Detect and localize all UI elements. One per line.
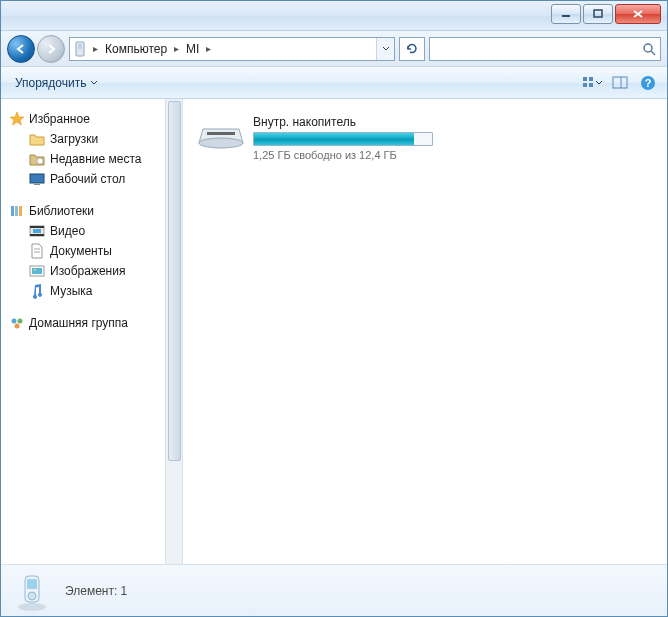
sidebar-item-desktop[interactable]: Рабочий стол — [9, 169, 182, 189]
scrollbar-thumb[interactable] — [168, 101, 181, 461]
maximize-button[interactable] — [583, 4, 613, 24]
device-status-icon — [11, 570, 53, 612]
sidebar-item-label: Изображения — [50, 264, 125, 278]
svg-rect-8 — [583, 83, 587, 87]
sidebar-scrollbar[interactable] — [165, 99, 182, 564]
search-input[interactable] — [434, 42, 642, 56]
chevron-down-icon — [595, 79, 602, 87]
drive-icon — [197, 115, 245, 155]
breadcrumb-computer[interactable]: Компьютер — [101, 38, 171, 60]
homegroup-header[interactable]: Домашняя группа — [9, 313, 182, 333]
close-button[interactable] — [615, 4, 661, 24]
sidebar-item-label: Документы — [50, 244, 112, 258]
arrow-left-icon — [14, 42, 28, 56]
sidebar-item-label: Музыка — [50, 284, 92, 298]
sidebar-item-downloads[interactable]: Загрузки — [9, 129, 182, 149]
chevron-right-icon: ▸ — [171, 43, 182, 54]
svg-rect-27 — [32, 268, 42, 274]
libraries-header[interactable]: Библиотеки — [9, 201, 182, 221]
favorites-label: Избранное — [29, 112, 90, 126]
svg-point-30 — [18, 319, 23, 324]
chevron-down-icon — [90, 79, 98, 87]
svg-rect-15 — [30, 174, 44, 183]
homegroup-icon — [9, 315, 25, 331]
desktop-icon — [29, 171, 45, 187]
view-options-button[interactable] — [581, 72, 603, 94]
drive-usage-bar — [253, 132, 433, 146]
address-bar: ▸ Компьютер ▸ MI ▸ — [1, 31, 667, 67]
drive-free-text: 1,25 ГБ свободно из 12,4 ГБ — [253, 149, 439, 161]
refresh-button[interactable] — [399, 37, 425, 61]
recent-icon — [29, 151, 45, 167]
svg-point-34 — [18, 603, 46, 611]
preview-pane-icon — [612, 76, 628, 90]
device-icon — [70, 41, 90, 57]
arrow-right-icon — [44, 42, 58, 56]
libraries-label: Библиотеки — [29, 204, 94, 218]
svg-point-32 — [199, 138, 243, 148]
status-text: Элемент: 1 — [65, 584, 127, 598]
breadcrumb[interactable]: ▸ Компьютер ▸ MI ▸ — [69, 37, 395, 61]
svg-point-4 — [644, 44, 652, 52]
refresh-icon — [405, 42, 419, 56]
svg-rect-36 — [27, 579, 37, 589]
svg-rect-3 — [78, 44, 82, 49]
folder-icon — [29, 131, 45, 147]
svg-rect-22 — [30, 234, 44, 236]
search-box[interactable] — [429, 37, 661, 61]
music-icon — [29, 283, 45, 299]
sidebar-item-video[interactable]: Видео — [9, 221, 182, 241]
status-bar: Элемент: 1 — [1, 564, 667, 616]
view-icon — [582, 76, 595, 90]
minimize-button[interactable] — [551, 4, 581, 24]
sidebar-item-label: Видео — [50, 224, 85, 238]
maximize-icon — [593, 9, 603, 19]
close-icon — [632, 9, 644, 19]
titlebar — [1, 1, 667, 31]
navigation-pane: Избранное Загрузки Недавние места Рабочи… — [1, 99, 183, 564]
search-icon — [642, 42, 656, 56]
svg-line-5 — [651, 51, 655, 55]
document-icon — [29, 243, 45, 259]
svg-point-37 — [28, 592, 36, 600]
svg-rect-7 — [589, 77, 593, 81]
drive-item[interactable]: Внутр. накопитель 1,25 ГБ свободно из 12… — [193, 111, 443, 165]
svg-rect-1 — [594, 10, 602, 17]
svg-rect-33 — [207, 132, 235, 135]
svg-text:?: ? — [645, 77, 652, 89]
svg-rect-17 — [11, 206, 14, 216]
favorites-header[interactable]: Избранное — [9, 109, 182, 129]
svg-rect-23 — [33, 229, 41, 233]
svg-point-14 — [37, 158, 43, 164]
preview-pane-button[interactable] — [609, 72, 631, 94]
svg-point-29 — [12, 319, 17, 324]
toolbar: Упорядочить ? — [1, 67, 667, 99]
chevron-down-icon — [382, 45, 390, 53]
organize-menu[interactable]: Упорядочить — [9, 73, 104, 93]
drive-info: Внутр. накопитель 1,25 ГБ свободно из 12… — [253, 115, 439, 161]
organize-label: Упорядочить — [15, 76, 86, 90]
back-button[interactable] — [7, 35, 35, 63]
svg-rect-9 — [589, 83, 593, 87]
homegroup-label: Домашняя группа — [29, 316, 128, 330]
help-icon: ? — [640, 75, 656, 91]
forward-button[interactable] — [37, 35, 65, 63]
svg-rect-0 — [562, 15, 570, 17]
libraries-icon — [9, 203, 25, 219]
breadcrumb-dropdown[interactable] — [376, 38, 394, 60]
svg-rect-18 — [15, 206, 18, 216]
breadcrumb-device[interactable]: MI — [182, 38, 203, 60]
help-button[interactable]: ? — [637, 72, 659, 94]
sidebar-item-images[interactable]: Изображения — [9, 261, 182, 281]
favorites-group: Избранное Загрузки Недавние места Рабочи… — [1, 107, 182, 199]
body: Избранное Загрузки Недавние места Рабочи… — [1, 99, 667, 564]
svg-point-31 — [15, 324, 20, 329]
content-pane[interactable]: Внутр. накопитель 1,25 ГБ свободно из 12… — [183, 99, 667, 564]
svg-rect-19 — [19, 206, 22, 216]
homegroup-group: Домашняя группа — [1, 311, 182, 343]
minimize-icon — [561, 9, 571, 19]
sidebar-item-documents[interactable]: Документы — [9, 241, 182, 261]
svg-rect-6 — [583, 77, 587, 81]
sidebar-item-recent[interactable]: Недавние места — [9, 149, 182, 169]
sidebar-item-music[interactable]: Музыка — [9, 281, 182, 301]
